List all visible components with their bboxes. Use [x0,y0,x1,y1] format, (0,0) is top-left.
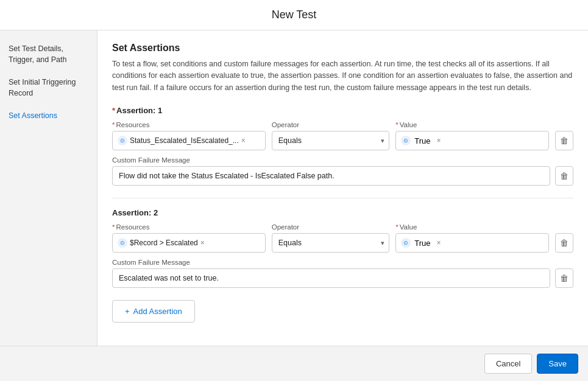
assertion-2-failure-row: Custom Failure Message 🗑 [112,259,573,288]
assertion-2-block: Assertion: 2 *Resources ⊙ $Record > Esca… [112,208,573,288]
assertion-2-resource-tag: ⊙ $Record > Escalated × [118,238,205,248]
required-star-1: * [112,106,115,115]
sidebar-item-set-assertions[interactable]: Set Assertions [0,105,97,128]
assertion-1-resource-tag-close[interactable]: × [241,137,246,144]
main-area: Set Test Details, Trigger, and Path Set … [0,30,588,346]
assertion-1-operator-group: Operator Equals Not Equals Contains Does… [272,121,390,150]
footer: Cancel Save [0,346,588,381]
assertion-1-failure-label: Custom Failure Message [112,156,550,164]
assertion-divider [112,198,573,198]
section-title: Set Assertions [112,43,573,54]
add-assertion-button[interactable]: + Add Assertion [112,300,195,323]
assertion-2-operator-select[interactable]: Equals Not Equals Contains Does Not Cont… [272,233,390,253]
assertion-2-failure-delete-button[interactable]: 🗑 [555,268,573,288]
cancel-button[interactable]: Cancel [484,354,532,374]
assertion-1-value-text: True [414,136,430,145]
assertion-2-failure-wrapper: Custom Failure Message [112,259,550,288]
assertion-1-value-group: *Value ⊙ True × [395,121,549,150]
add-assertion-label: Add Assertion [133,307,182,316]
resource-tag-icon-1: ⊙ [118,136,127,145]
save-button[interactable]: Save [537,354,578,374]
assertion-2-resource-tag-text: $Record > Escalated [130,239,198,247]
assertion-1-value-label: *Value [395,121,549,128]
page-header: New Test [0,0,588,30]
content-area: Set Assertions To test a flow, set condi… [97,30,588,346]
assertion-1-operator-label: Operator [272,121,390,128]
assertion-1-delete-button[interactable]: 🗑 [555,131,573,150]
assertion-2-resources-input[interactable]: ⊙ $Record > Escalated × [112,233,266,253]
value-tag-icon-2: ⊙ [401,238,411,248]
assertion-2-operator-label: Operator [272,223,390,231]
sidebar: Set Test Details, Trigger, and Path Set … [0,30,97,346]
assertion-1-resource-tag-text: Status_Escalated_IsEscalated_... [130,136,239,145]
assertion-1-value-input[interactable]: ⊙ True × [395,131,549,150]
sidebar-item-set-test-details[interactable]: Set Test Details, Trigger, and Path [0,38,97,71]
assertion-1-fields-row: *Resources ⊙ Status_Escalated_IsEscalate… [112,121,573,150]
assertion-1-failure-input[interactable] [112,166,550,186]
assertion-2-value-label: *Value [395,223,549,231]
assertion-1-failure-wrapper: Custom Failure Message [112,156,550,186]
assertion-2-resource-tag-close[interactable]: × [200,239,205,246]
assertion-2-resources-group: *Resources ⊙ $Record > Escalated × [112,223,266,253]
assertion-1-block: *Assertion: 1 *Resources ⊙ Status_Escala… [112,106,573,186]
assertion-2-fields-row: *Resources ⊙ $Record > Escalated × Opera… [112,223,573,253]
assertion-1-failure-row: Custom Failure Message 🗑 [112,156,573,186]
assertion-2-value-close[interactable]: × [437,239,441,246]
assertion-1-value-close[interactable]: × [437,137,441,144]
assertion-1-failure-delete-button[interactable]: 🗑 [555,166,573,186]
assertion-1-header: *Assertion: 1 [112,106,573,115]
assertion-2-failure-input[interactable] [112,268,550,288]
assertion-2-failure-label: Custom Failure Message [112,259,550,266]
page-title: New Test [272,9,317,21]
assertion-2-value-group: *Value ⊙ True × [395,223,549,253]
plus-icon: + [125,307,130,316]
assertion-1-resources-input[interactable]: ⊙ Status_Escalated_IsEscalated_... × [112,131,266,150]
assertion-2-delete-button[interactable]: 🗑 [555,233,573,253]
resource-tag-icon-2: ⊙ [118,238,127,248]
assertion-2-value-input[interactable]: ⊙ True × [395,233,549,253]
assertion-2-value-text: True [414,239,430,248]
assertion-2-operator-group: Operator Equals Not Equals Contains Does… [272,223,390,253]
assertion-1-resources-group: *Resources ⊙ Status_Escalated_IsEscalate… [112,121,266,150]
assertion-1-resource-tag: ⊙ Status_Escalated_IsEscalated_... × [118,136,246,145]
assertion-2-header: Assertion: 2 [112,208,573,217]
assertion-1-operator-select[interactable]: Equals Not Equals Contains Does Not Cont… [272,131,390,150]
section-description: To test a flow, set conditions and custo… [112,58,573,94]
assertion-2-operator-select-wrapper: Equals Not Equals Contains Does Not Cont… [272,233,390,253]
assertion-2-resources-label: *Resources [112,223,266,231]
assertion-1-operator-select-wrapper: Equals Not Equals Contains Does Not Cont… [272,131,390,150]
value-tag-icon-1: ⊙ [401,136,411,145]
sidebar-item-set-initial-triggering[interactable]: Set Initial Triggering Record [0,71,97,105]
assertion-1-resources-label: *Resources [112,121,266,128]
